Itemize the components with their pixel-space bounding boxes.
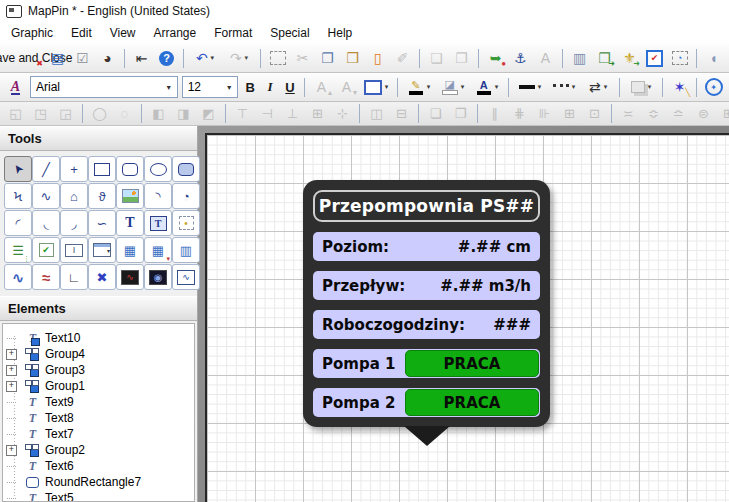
gauge-tool[interactable]: ◉ [144, 264, 172, 290]
polyline-tool[interactable]: Ϟ [4, 183, 32, 209]
menu-arrange[interactable]: Arrange [145, 23, 206, 43]
closed-curve-tool[interactable]: ϑ [88, 183, 116, 209]
font-family-select[interactable]: Arial▼ [30, 76, 178, 98]
menu-graphic[interactable]: Graphic [2, 23, 62, 43]
plot-tool[interactable]: ∿ [172, 264, 200, 290]
italic-button[interactable]: I [260, 77, 280, 97]
clipped-edge-button[interactable]: ◖ [702, 47, 725, 69]
roundrect-tool[interactable] [116, 156, 144, 182]
select-tool[interactable]: ➤ [4, 156, 32, 182]
save-check-button[interactable]: ☑ [71, 47, 94, 69]
zoom-button[interactable]: ✦ [702, 76, 725, 98]
line-style-button[interactable]: ▾ [548, 76, 580, 98]
tree-item-group2[interactable]: +Group2 [19, 442, 194, 458]
save-and-close-button[interactable]: ▤✖Save and Close [4, 47, 44, 69]
help-button[interactable]: ? [155, 47, 178, 69]
menu-help[interactable]: Help [319, 23, 362, 43]
table-dropdown-tool[interactable]: ▦▾ [144, 237, 172, 263]
connector-tool[interactable]: ∟ [60, 264, 88, 290]
rectangle-tool[interactable] [88, 156, 116, 182]
magic-wand-button[interactable]: ✶╲ [668, 76, 691, 98]
annotation-tool[interactable]: • [172, 210, 200, 236]
menu-edit[interactable]: Edit [62, 23, 101, 43]
spline-tool[interactable]: ∽ [88, 210, 116, 236]
tree-item-text7[interactable]: TText7 [19, 426, 194, 442]
insert-frame-button[interactable]: ▥ [568, 47, 591, 69]
exit-editor-button[interactable]: ⇤ [130, 47, 153, 69]
select-timer-button[interactable]: ◔ [668, 47, 691, 69]
plus-icon[interactable]: + [6, 349, 17, 360]
freehand-curve-tool[interactable]: ∿ [32, 183, 60, 209]
checkbox-tool-icon: ✔ [39, 243, 54, 257]
image-tool[interactable] [116, 183, 144, 209]
wave-tool[interactable]: ∿ [4, 264, 32, 290]
expand-toggle[interactable]: + [5, 381, 18, 392]
underline-button[interactable]: U [280, 77, 300, 97]
expand-toggle[interactable]: + [5, 349, 18, 360]
tree-item-text10[interactable]: TText10 [19, 330, 194, 346]
arrange-tool-icon: ⊞ [723, 107, 729, 120]
line-color-button[interactable]: ✎▾ [403, 76, 435, 98]
polygon-tool[interactable]: ⌂ [60, 183, 88, 209]
bezier-arc-tool[interactable]: ◟ [32, 210, 60, 236]
delete-x-tool[interactable]: ✖ [88, 264, 116, 290]
tree-item-roundrectangle7[interactable]: RoundRectangle7 [19, 474, 194, 490]
options-check-button[interactable]: ✔ [643, 47, 666, 69]
canvas[interactable]: Przepompownia PS## Poziom:#.## cmPrzepły… [205, 133, 729, 502]
input-field-tool[interactable]: I [60, 237, 88, 263]
text-tool[interactable]: T [116, 210, 144, 236]
undo-button[interactable]: ↶▾ [189, 47, 221, 69]
chart-tool[interactable]: ∿ [116, 264, 144, 290]
line-arrows-button[interactable]: ⇄▾ [582, 76, 614, 98]
font-panel-button[interactable]: A [4, 76, 27, 98]
tree-item-text9[interactable]: TText9 [19, 394, 194, 410]
plus-icon[interactable]: + [6, 445, 17, 456]
font-size-select[interactable]: 12▼ [182, 76, 238, 98]
option-list-tool[interactable]: ☰⋮ [4, 237, 32, 263]
font-color-button[interactable]: A▾ [471, 76, 503, 98]
form-list-tool-icon: ▥ [180, 244, 192, 257]
map-pin-graphic[interactable]: Przepompownia PS## Poziom:#.## cmPrzepły… [303, 180, 550, 446]
pie-tool[interactable]: ◔ [172, 183, 200, 209]
copy-button[interactable]: ❐ [316, 47, 339, 69]
paste-button[interactable]: ❒ [341, 47, 364, 69]
checkbox-tool[interactable]: ✔ [32, 237, 60, 263]
pie-slice-tool[interactable]: ◞ [60, 210, 88, 236]
menu-view[interactable]: View [101, 23, 145, 43]
paste-special-button[interactable]: ▯ [366, 47, 389, 69]
anchor-button[interactable]: ⚓ [509, 47, 532, 69]
combo-window-tool[interactable] [88, 237, 116, 263]
thick-arc-tool[interactable]: ◜ [4, 210, 32, 236]
snap-to-grid-button[interactable]: ➥● [484, 47, 507, 69]
tree-item-text8[interactable]: TText8 [19, 410, 194, 426]
bold-button[interactable]: B [240, 77, 260, 97]
timer-button[interactable]: ◕ [96, 47, 119, 69]
line-width-button[interactable]: ▾ [514, 76, 546, 98]
tree-item-group3[interactable]: +Group3 [19, 362, 194, 378]
tree-item-group1[interactable]: +Group1 [19, 378, 194, 394]
menu-special[interactable]: Special [261, 23, 318, 43]
plus-icon[interactable]: + [6, 365, 17, 376]
frame-style-button[interactable]: ▾ [360, 76, 392, 98]
cross-tool[interactable]: + [60, 156, 88, 182]
form-list-tool[interactable]: ▥ [172, 237, 200, 263]
textbox-tool[interactable]: T [144, 210, 172, 236]
double-wave-tool[interactable]: ≈ [32, 264, 60, 290]
table-tool[interactable]: ▦ [116, 237, 144, 263]
keys-button[interactable]: ⚜➜ [618, 47, 641, 69]
menu-format[interactable]: Format [205, 23, 261, 43]
save-button[interactable]: ▤ [46, 47, 69, 69]
expand-toggle[interactable]: + [5, 365, 18, 376]
replace-page-button[interactable]: ❐➜ [593, 47, 616, 69]
expand-toggle[interactable]: + [5, 445, 18, 456]
arrange-tool-icon: ⊜ [698, 107, 709, 120]
tree-item-text6[interactable]: TText6 [19, 458, 194, 474]
ellipse-tool[interactable] [144, 156, 172, 182]
tree-item-text5[interactable]: TText5 [19, 490, 194, 502]
fill-color-button[interactable]: ◪▾ [437, 76, 469, 98]
filled-roundrect-tool[interactable] [172, 156, 200, 182]
tree-item-group4[interactable]: +Group4 [19, 346, 194, 362]
arc-tool[interactable]: ◝ [144, 183, 172, 209]
line-tool[interactable]: ╱ [32, 156, 60, 182]
plus-icon[interactable]: + [6, 381, 17, 392]
